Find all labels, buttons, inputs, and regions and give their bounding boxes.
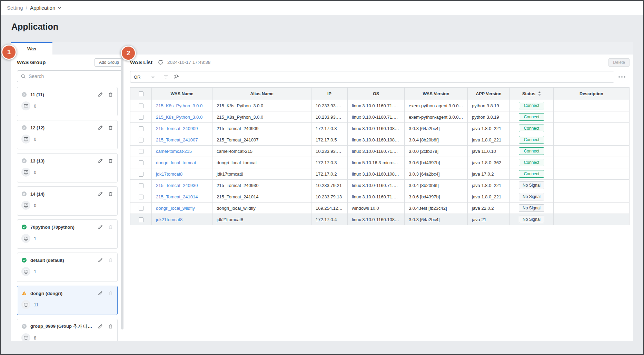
more-options-button[interactable] [614, 76, 630, 78]
filter-operator-value: OR [134, 75, 141, 80]
was-name-link[interactable]: dongri_local_wildfly [156, 206, 195, 211]
app-version-cell: java 1.8.0_221 [468, 191, 510, 203]
delete-group-button[interactable] [108, 191, 113, 197]
filter-input[interactable] [179, 71, 614, 82]
was-name-link[interactable]: jdk21tomcat8 [156, 217, 182, 222]
was-version-cell: 3.0.3 [64a2bc4] [405, 214, 468, 225]
card-body: WAS Group Add Group 11 (11)012 (12)013 (… [11, 55, 633, 341]
status-badge: No Signal [519, 204, 544, 212]
alias-name-cell: 215_Tomcat_240930 [212, 180, 311, 191]
was-name-link[interactable]: 215_Tomcat_240909 [156, 126, 198, 131]
edit-group-button[interactable] [98, 191, 103, 197]
group-card[interactable]: default (default)1 [17, 253, 118, 282]
row-checkbox[interactable] [139, 217, 143, 222]
row-checkbox[interactable] [139, 172, 143, 177]
delete-button[interactable]: Delete [608, 58, 630, 67]
group-search-input[interactable] [29, 73, 120, 79]
was-name-link[interactable]: jdk17tomcat8 [156, 171, 182, 177]
refresh-button[interactable] [158, 59, 164, 65]
table-row: jdk17tomcat8jdk17tomcat8172.17.0.2linux … [130, 168, 630, 180]
os-cell: linux 3.10.0-1160.71.1.el... [348, 111, 405, 123]
group-card[interactable]: dongri (dongri)11 [17, 286, 118, 315]
description-cell [554, 180, 630, 191]
breadcrumb-separator: / [26, 5, 27, 11]
group-card[interactable]: 11 (11)0 [17, 87, 118, 116]
row-checkbox[interactable] [139, 115, 143, 120]
row-checkbox[interactable] [139, 183, 143, 188]
delete-group-button[interactable] [108, 125, 113, 130]
monitor-icon [21, 201, 30, 210]
scrollbar-thumb[interactable] [121, 55, 123, 329]
breadcrumb-setting[interactable]: Setting [7, 5, 23, 11]
tab-was-label: Was [27, 46, 36, 51]
column-header-os: OS [348, 88, 405, 100]
group-was-count: 1 [34, 236, 36, 241]
was-version-cell: 3.0.4 [8b20b6f] [405, 134, 468, 146]
edit-group-button[interactable] [98, 224, 103, 230]
delete-group-button[interactable] [108, 290, 113, 296]
row-checkbox[interactable] [139, 103, 143, 108]
delete-group-button[interactable] [108, 224, 113, 230]
breadcrumb-application[interactable]: Application [30, 5, 61, 11]
was-name-link[interactable]: 215_K8s_Python_3.0.0 [156, 103, 202, 108]
was-name-link[interactable]: dongri_local_tomcat [156, 160, 196, 165]
app-version-cell: java 1.8.0_221 [468, 123, 510, 134]
row-checkbox[interactable] [139, 149, 143, 154]
delete-group-button[interactable] [108, 257, 113, 263]
edit-group-button[interactable] [98, 125, 103, 130]
group-card[interactable]: 14 (14)0 [17, 186, 118, 216]
ip-cell: 10.233.93.186 [311, 100, 348, 111]
select-all-checkbox[interactable] [139, 91, 143, 96]
edit-group-button[interactable] [98, 257, 103, 263]
group-list-scrollbar [121, 55, 123, 341]
trash-icon [108, 290, 113, 296]
filter-operator-select[interactable]: OR [130, 71, 158, 82]
row-checkbox[interactable] [139, 195, 143, 199]
disconnected-status-icon [21, 158, 27, 164]
row-checkbox[interactable] [139, 206, 143, 211]
add-group-button[interactable]: Add Group [95, 58, 123, 67]
description-cell [554, 203, 630, 214]
group-card[interactable]: 13 (13)0 [17, 153, 118, 183]
was-name-link[interactable]: 215_Tomcat_241014 [156, 194, 198, 199]
group-card[interactable]: 12 (12)0 [17, 120, 118, 149]
tab-was[interactable]: Was [11, 42, 52, 55]
edit-group-button[interactable] [98, 92, 103, 97]
app-version-cell: java 1.8.0_362 [468, 157, 510, 168]
chevron-down-icon [151, 76, 155, 78]
edit-group-button[interactable] [98, 324, 103, 329]
pencil-icon [98, 92, 103, 97]
delete-group-button[interactable] [108, 324, 113, 329]
column-header-status[interactable]: Status [510, 88, 554, 100]
filter-icon[interactable] [163, 74, 169, 80]
table-header-row: WAS Name Alias Name IP OS WAS Version AP… [130, 88, 630, 100]
edit-group-button[interactable] [98, 158, 103, 164]
was-name-link[interactable]: 215_Tomcat_241007 [156, 137, 198, 142]
group-name: dongri (dongri) [30, 291, 93, 296]
was-version-cell: exem-python-agent 3.0.0 [... [405, 111, 468, 123]
app-version-cell: java 1.8.0_221 [468, 134, 510, 146]
description-cell [554, 168, 630, 180]
status-badge: Connect [519, 102, 544, 109]
group-card[interactable]: 70python (70python)1 [17, 219, 118, 249]
was-name-link[interactable]: camel-tomcat-215 [156, 149, 192, 154]
group-was-count: 11 [34, 302, 39, 307]
status-badge: Connect [519, 125, 544, 132]
description-cell [554, 191, 630, 203]
group-was-count: 0 [34, 203, 36, 208]
disconnected-status-icon [21, 92, 27, 97]
delete-group-button[interactable] [108, 158, 113, 164]
was-name-link[interactable]: 215_Tomcat_240930 [156, 183, 198, 188]
sort-icon[interactable] [538, 91, 541, 96]
os-cell: linux 3.10.0-1160.71.1.el... [348, 100, 405, 111]
row-checkbox[interactable] [139, 126, 143, 131]
row-checkbox[interactable] [139, 160, 143, 165]
group-card[interactable]: group_0909 (Group 추가 테스트)8 [17, 319, 118, 341]
description-cell [554, 146, 630, 157]
pin-icon[interactable] [174, 74, 179, 80]
table-row: 215_K8s_Python_3.0.0215_K8s_Python_3.0.0… [130, 111, 630, 123]
delete-group-button[interactable] [108, 92, 113, 97]
row-checkbox[interactable] [139, 138, 143, 142]
was-name-link[interactable]: 215_K8s_Python_3.0.0 [156, 115, 202, 120]
edit-group-button[interactable] [98, 290, 103, 296]
